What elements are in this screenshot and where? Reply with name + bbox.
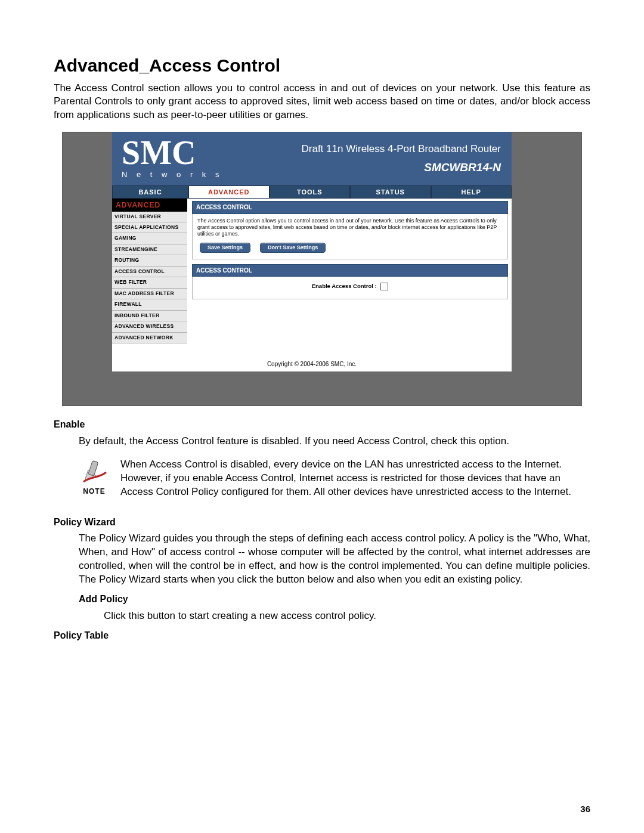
tab-tools[interactable]: TOOLS: [270, 185, 351, 199]
svg-rect-1: [88, 460, 98, 476]
dont-save-settings-button[interactable]: Don't Save Settings: [260, 243, 326, 253]
page-title: Advanced_Access Control: [54, 54, 590, 78]
sidebar-item-streamengine[interactable]: STREAMENGINE: [112, 244, 187, 255]
router-screenshot: SMC N e t w o r k s Draft 11n Wireless 4…: [62, 132, 582, 406]
sidebar: ADVANCED VIRTUAL SERVER SPECIAL APPLICAT…: [112, 199, 187, 343]
panel2-title: ACCESS CONTROL: [192, 264, 508, 277]
sidebar-header: ADVANCED: [112, 199, 187, 211]
sidebar-item-routing[interactable]: ROUTING: [112, 255, 187, 266]
tab-help[interactable]: HELP: [431, 185, 512, 199]
sidebar-item-access-control[interactable]: ACCESS CONTROL: [112, 267, 187, 277]
note-block: NOTE When Access Control is disabled, ev…: [54, 458, 590, 499]
note-label: NOTE: [79, 487, 110, 496]
tab-basic[interactable]: BASIC: [112, 185, 188, 199]
enable-access-control-label: Enable Access Control :: [312, 283, 377, 289]
sidebar-item-firewall[interactable]: FIREWALL: [112, 299, 187, 310]
term-add-policy-body: Click this button to start creating a ne…: [54, 609, 590, 623]
product-model: SMCWBR14-N: [424, 160, 501, 175]
product-title: Draft 11n Wireless 4-Port Broadband Rout…: [302, 143, 501, 156]
enable-access-control-checkbox[interactable]: [380, 283, 388, 290]
panel1-title: ACCESS CONTROL: [192, 201, 508, 214]
panel1-text: The Access Control option allows you to …: [197, 218, 503, 238]
sidebar-item-inbound-filter[interactable]: INBOUND FILTER: [112, 311, 187, 321]
tab-status[interactable]: STATUS: [350, 185, 431, 199]
copyright-text: Copyright © 2004-2006 SMC, Inc.: [112, 360, 512, 368]
top-tabs: BASIC ADVANCED TOOLS STATUS HELP: [112, 185, 512, 199]
brand-logo-text: SMC: [122, 138, 226, 168]
term-policy-wizard-body: The Policy Wizard guides you through the…: [54, 532, 590, 587]
note-icon: [81, 458, 107, 484]
brand-logo: SMC N e t w o r k s: [112, 132, 226, 185]
sidebar-item-web-filter[interactable]: WEB FILTER: [112, 277, 187, 288]
page-number: 36: [580, 803, 590, 815]
sidebar-item-gaming[interactable]: GAMING: [112, 233, 187, 244]
router-header: SMC N e t w o r k s Draft 11n Wireless 4…: [112, 132, 512, 185]
sidebar-item-advanced-network[interactable]: ADVANCED NETWORK: [112, 333, 187, 343]
term-enable: Enable: [54, 418, 590, 431]
tab-advanced[interactable]: ADVANCED: [188, 185, 270, 199]
sidebar-item-special-applications[interactable]: SPECIAL APPLICATIONS: [112, 222, 187, 233]
intro-text: The Access Control section allows you to…: [54, 82, 590, 123]
term-policy-table: Policy Table: [54, 629, 590, 642]
sidebar-item-advanced-wireless[interactable]: ADVANCED WIRELESS: [112, 321, 187, 332]
term-add-policy: Add Policy: [54, 593, 590, 606]
term-enable-body: By default, the Access Control feature i…: [54, 435, 590, 448]
sidebar-item-virtual-server[interactable]: VIRTUAL SERVER: [112, 212, 187, 222]
term-policy-wizard: Policy Wizard: [54, 516, 590, 529]
sidebar-item-mac-address-filter[interactable]: MAC ADDRESS FILTER: [112, 289, 187, 299]
save-settings-button[interactable]: Save Settings: [200, 243, 250, 253]
brand-tagline: N e t w o r k s: [122, 169, 226, 180]
content-area: ACCESS CONTROL The Access Control option…: [187, 199, 512, 343]
note-text: When Access Control is disabled, every d…: [120, 458, 590, 499]
